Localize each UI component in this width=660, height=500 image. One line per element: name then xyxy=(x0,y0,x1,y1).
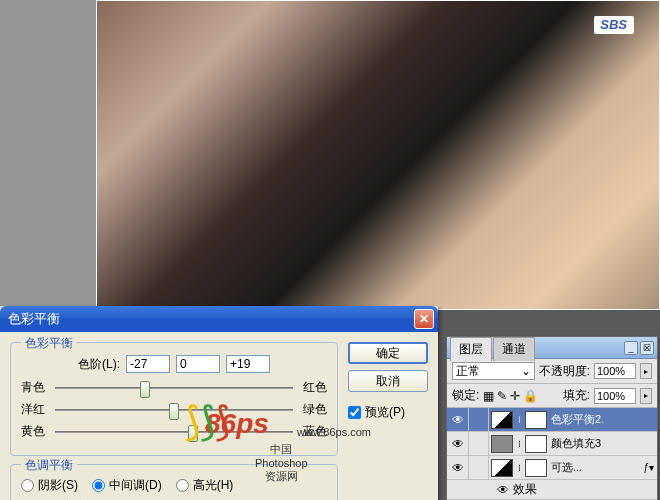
mask-link-icon[interactable]: ⁞ xyxy=(515,463,523,473)
mask-thumb-icon xyxy=(525,435,547,453)
slider-thumb-icon[interactable] xyxy=(140,381,150,398)
link-column[interactable] xyxy=(469,456,489,479)
dialog-titlebar[interactable]: 色彩平衡 ✕ xyxy=(0,306,438,332)
slider-row-1: 洋红 绿色 xyxy=(21,401,327,418)
color-slider-1[interactable] xyxy=(55,402,293,418)
slider-right-label: 红色 xyxy=(299,379,327,396)
link-column[interactable] xyxy=(469,432,489,455)
adjustment-thumb-icon xyxy=(491,435,513,453)
eye-icon: 👁 xyxy=(452,437,464,451)
level-magenta-green-input[interactable] xyxy=(176,355,220,373)
layer-name-label: 可选... xyxy=(549,460,640,475)
lock-transparency-icon[interactable]: ▦ xyxy=(483,389,494,403)
tab-layers[interactable]: 图层 xyxy=(450,337,492,361)
eye-icon: 👁 xyxy=(497,483,509,497)
lock-paint-icon[interactable]: ✎ xyxy=(497,389,507,403)
slider-row-2: 黄色 蓝色 xyxy=(21,423,327,440)
close-icon: ✕ xyxy=(419,312,429,326)
visibility-toggle[interactable]: 👁 xyxy=(447,432,469,455)
layer-name-label: 色彩平衡2. xyxy=(549,412,657,427)
color-slider-2[interactable] xyxy=(55,424,293,440)
mask-link-icon[interactable]: ⁞ xyxy=(515,415,523,425)
chevron-down-icon: ⌄ xyxy=(521,364,531,378)
slider-left-label: 青色 xyxy=(21,379,49,396)
slider-left-label: 黄色 xyxy=(21,423,49,440)
level-cyan-red-input[interactable] xyxy=(126,355,170,373)
lock-label: 锁定: xyxy=(452,387,479,404)
layer-name-label: 颜色填充3 xyxy=(549,436,657,451)
slider-left-label: 洋红 xyxy=(21,401,49,418)
layer-row[interactable]: 👁 ⁞ 可选... ƒ▾ xyxy=(447,456,657,480)
effects-row[interactable]: 👁 效果 xyxy=(447,480,657,500)
highlights-radio[interactable]: 高光(H) xyxy=(176,477,234,494)
layer-row[interactable]: 👁 ⁞ 颜色填充3 xyxy=(447,432,657,456)
visibility-toggle[interactable]: 👁 xyxy=(447,408,469,431)
panel-header: 图层 通道 _ ☒ xyxy=(447,337,657,359)
mask-thumb-icon xyxy=(525,459,547,477)
levels-label: 色阶(L): xyxy=(78,356,120,373)
eye-icon: 👁 xyxy=(452,461,464,475)
layer-row[interactable]: 👁 ⁞ 色彩平衡2. xyxy=(447,408,657,432)
fill-input[interactable] xyxy=(594,388,636,404)
close-button[interactable]: ✕ xyxy=(414,309,434,329)
adjustment-thumb-icon xyxy=(491,459,513,477)
level-yellow-blue-input[interactable] xyxy=(226,355,270,373)
dialog-title: 色彩平衡 xyxy=(8,310,414,328)
fieldset-legend: 色彩平衡 xyxy=(21,335,77,352)
mask-link-icon[interactable]: ⁞ xyxy=(515,439,523,449)
color-slider-0[interactable] xyxy=(55,380,293,396)
mask-thumb-icon xyxy=(525,411,547,429)
preview-checkbox[interactable]: 预览(P) xyxy=(348,404,428,421)
color-balance-dialog: 色彩平衡 ✕ 色彩平衡 色阶(L): 青色 红色 洋红 xyxy=(0,306,438,500)
link-column[interactable] xyxy=(469,408,489,431)
shadows-radio[interactable]: 阴影(S) xyxy=(21,477,78,494)
minimize-panel-icon[interactable]: _ xyxy=(624,341,638,355)
blend-mode-select[interactable]: 正常⌄ xyxy=(452,362,535,380)
opacity-label: 不透明度: xyxy=(539,363,590,380)
visibility-toggle[interactable]: 👁 xyxy=(447,456,469,479)
effects-label: 效果 xyxy=(513,481,537,498)
eye-icon: 👁 xyxy=(452,413,464,427)
fill-label: 填充: xyxy=(563,387,590,404)
layer-list: 👁 ⁞ 色彩平衡2. 👁 ⁞ 颜色填充3 👁 ⁞ 可选... ƒ▾ 👁 效果 xyxy=(447,408,657,500)
lock-position-icon[interactable]: ✛ xyxy=(510,389,520,403)
broadcast-logo: SBS xyxy=(600,17,627,32)
close-panel-icon[interactable]: ☒ xyxy=(640,341,654,355)
opacity-input[interactable] xyxy=(594,363,636,379)
opacity-flyout-icon[interactable]: ▸ xyxy=(640,363,652,379)
image-canvas[interactable]: SBS xyxy=(96,0,660,310)
fieldset-legend: 色调平衡 xyxy=(21,457,77,474)
layers-panel: 图层 通道 _ ☒ 正常⌄ 不透明度: ▸ 锁定: ▦ ✎ ✛ 🔒 填充: ▸ … xyxy=(446,336,658,500)
slider-right-label: 蓝色 xyxy=(299,423,327,440)
adjustment-thumb-icon xyxy=(491,411,513,429)
fill-flyout-icon[interactable]: ▸ xyxy=(640,388,652,404)
slider-right-label: 绿色 xyxy=(299,401,327,418)
slider-thumb-icon[interactable] xyxy=(169,403,179,420)
slider-thumb-icon[interactable] xyxy=(188,425,198,442)
tone-balance-fieldset: 色调平衡 阴影(S) 中间调(D) 高光(H) 保持亮度(V) xyxy=(10,464,338,500)
color-balance-fieldset: 色彩平衡 色阶(L): 青色 红色 洋红 绿色 黄色 蓝 xyxy=(10,342,338,456)
slider-row-0: 青色 红色 xyxy=(21,379,327,396)
midtones-radio[interactable]: 中间调(D) xyxy=(92,477,162,494)
ok-button[interactable]: 确定 xyxy=(348,342,428,364)
tab-channels[interactable]: 通道 xyxy=(493,337,535,361)
cancel-button[interactable]: 取消 xyxy=(348,370,428,392)
fx-badge-icon[interactable]: ƒ▾ xyxy=(640,462,657,473)
lock-all-icon[interactable]: 🔒 xyxy=(523,389,538,403)
